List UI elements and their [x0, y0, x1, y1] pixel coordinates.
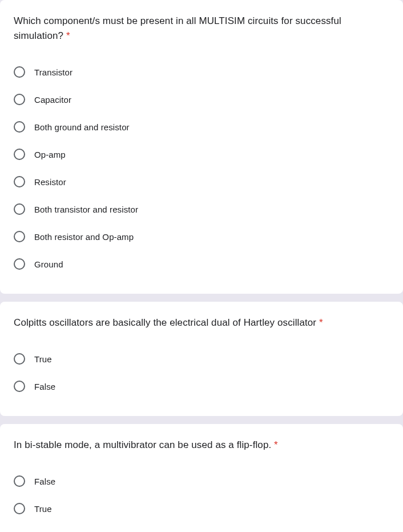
radio-option[interactable]: False — [14, 373, 389, 400]
radio-option[interactable]: Capacitor — [14, 86, 389, 113]
option-label: Both resistor and Op-amp — [34, 232, 134, 242]
radio-icon — [14, 203, 25, 215]
radio-option[interactable]: Op-amp — [14, 141, 389, 168]
radio-icon — [14, 231, 25, 242]
question-card: Colpitts oscillators are basically the e… — [0, 302, 403, 416]
question-card: Which component/s must be present in all… — [0, 0, 403, 294]
option-label: True — [34, 504, 52, 514]
radio-option[interactable]: True — [14, 495, 389, 522]
question-text-content: Colpitts oscillators are basically the e… — [14, 317, 316, 328]
required-mark: * — [66, 30, 70, 41]
radio-option[interactable]: Both ground and resistor — [14, 113, 389, 141]
question-text: Colpitts oscillators are basically the e… — [14, 315, 389, 330]
option-label: False — [34, 477, 55, 486]
radio-icon — [14, 503, 25, 514]
radio-icon — [14, 258, 25, 270]
question-text-content: In bi-stable mode, a multivibrator can b… — [14, 439, 271, 450]
radio-option[interactable]: Both resistor and Op-amp — [14, 223, 389, 250]
option-label: Resistor — [34, 177, 66, 187]
radio-option[interactable]: Transistor — [14, 58, 389, 86]
option-label: True — [34, 354, 52, 364]
question-text: Which component/s must be present in all… — [14, 14, 389, 43]
radio-icon — [14, 353, 25, 365]
radio-icon — [14, 66, 25, 78]
radio-option[interactable]: Resistor — [14, 168, 389, 195]
required-mark: * — [319, 317, 323, 328]
radio-option[interactable]: False — [14, 467, 389, 495]
option-list: True False — [14, 345, 389, 400]
radio-icon — [14, 94, 25, 105]
radio-option[interactable]: Both transistor and resistor — [14, 195, 389, 223]
radio-option[interactable]: Ground — [14, 250, 389, 278]
option-label: Transistor — [34, 67, 72, 77]
required-mark: * — [274, 439, 278, 450]
option-label: Capacitor — [34, 95, 71, 105]
option-label: Ground — [34, 259, 63, 269]
radio-icon — [14, 121, 25, 133]
radio-icon — [14, 475, 25, 487]
option-label: Op-amp — [34, 150, 66, 159]
question-card: In bi-stable mode, a multivibrator can b… — [0, 424, 403, 532]
radio-icon — [14, 176, 25, 187]
option-label: Both ground and resistor — [34, 122, 130, 132]
question-text-content: Which component/s must be present in all… — [14, 15, 341, 41]
radio-icon — [14, 381, 25, 392]
option-list: Transistor Capacitor Both ground and res… — [14, 58, 389, 278]
radio-option[interactable]: True — [14, 345, 389, 373]
option-label: False — [34, 382, 55, 391]
radio-icon — [14, 149, 25, 160]
option-label: Both transistor and resistor — [34, 205, 138, 214]
option-list: False True — [14, 467, 389, 522]
question-text: In bi-stable mode, a multivibrator can b… — [14, 438, 389, 453]
